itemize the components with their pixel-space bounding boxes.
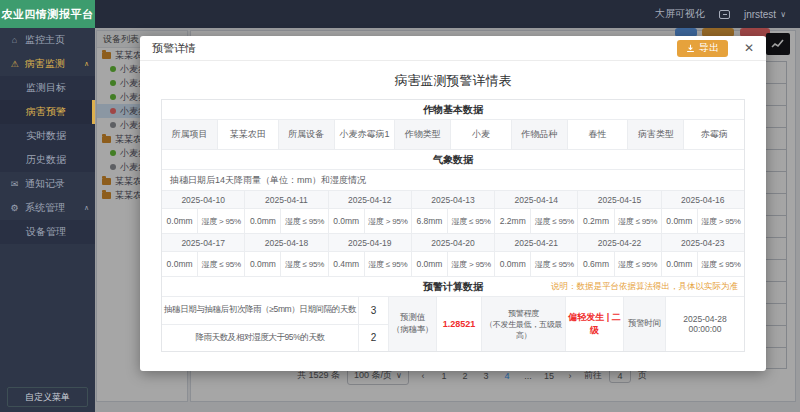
date-cell: 2025-04-16 (662, 191, 744, 208)
rain-cell: 0.4mm (329, 252, 365, 276)
humidity-cell: 湿度 > 95% (448, 252, 494, 276)
crop-value: 春性 (568, 120, 629, 149)
sidebar-item-history-data[interactable]: 历史数据 (0, 148, 95, 172)
date-cell: 2025-04-21 (495, 234, 578, 251)
week1-values-row: 0.0mm湿度 > 95% 0.0mm湿度 ≤ 95% 0.0mm湿度 > 95… (162, 209, 744, 234)
home-icon: ⌂ (9, 35, 20, 45)
download-icon (686, 44, 695, 53)
rain-cell: 0.0mm (412, 252, 448, 276)
sidebar-submenu-system: 设备管理 (0, 220, 95, 244)
humidity-cell: 湿度 ≤ 95% (531, 252, 577, 276)
calc-disclaimer: 说明：数据是平台依据算法得出，具体以实际为准 (551, 277, 738, 296)
message-icon[interactable] (719, 10, 730, 19)
screen: 农业四情测报平台 大屏可视化 jnrstest ∨ ⌂ 监控主页 ⚠ 病害监测 … (0, 0, 800, 412)
calc-result-row: 抽穗日期与抽穗后初次降雨（≥5mm）日期间隔的天数 3 降雨天数及相对湿度大于9… (162, 297, 744, 351)
date-cell: 2025-04-23 (662, 234, 744, 251)
crop-value: 小麦 (451, 120, 512, 149)
calc-factor-value: 3 (358, 297, 388, 324)
close-icon[interactable]: ✕ (744, 42, 754, 54)
humidity-cell: 湿度 ≤ 95% (281, 252, 327, 276)
warning-time-value: 2025-04-28 00:00:00 (666, 297, 744, 351)
prediction-label: 预测值 （病穗率） (389, 297, 437, 351)
date-cell: 2025-04-14 (495, 191, 578, 208)
username: jnrstest (744, 9, 776, 20)
sidebar-item-label: 系统管理 (25, 201, 65, 215)
calc-factor-column: 抽穗日期与抽穗后初次降雨（≥5mm）日期间隔的天数 3 降雨天数及相对湿度大于9… (162, 297, 389, 351)
sidebar-item-monitor-target[interactable]: 监测目标 (0, 76, 95, 100)
humidity-cell: 湿度 ≤ 95% (615, 209, 661, 233)
warning-level-label: 预警程度 （不发生最低，五级最高） (482, 297, 566, 351)
week2-dates-row: 2025-04-17 2025-04-18 2025-04-19 2025-04… (162, 234, 744, 252)
sidebar-item-system-manage[interactable]: ⚙ 系统管理 ∧ (0, 196, 95, 220)
section-calc-data: 预警计算数据 说明：数据是平台依据算法得出，具体以实际为准 (162, 277, 744, 297)
sidebar: ⌂ 监控主页 ⚠ 病害监测 ∧ 监测目标 病害预警 实时数据 历史数据 ✉ 通知… (0, 28, 95, 412)
date-cell: 2025-04-17 (162, 234, 245, 251)
weather-note: 抽穗日期后14天降雨量（单位：mm）和湿度情况 (162, 170, 744, 191)
rain-cell: 0.0mm (495, 252, 531, 276)
bug-icon: ⚠ (9, 59, 20, 69)
sidebar-item-realtime-data[interactable]: 实时数据 (0, 124, 95, 148)
sidebar-item-label: 监测目标 (26, 81, 66, 95)
gear-icon: ⚙ (9, 203, 20, 213)
date-cell: 2025-04-20 (412, 234, 495, 251)
detail-table-title: 病害监测预警详情表 (140, 72, 766, 90)
warning-detail-modal: 预警详情 导出 ✕ 病害监测预警详情表 作物基本数据 所属项目 某某农田 所属设… (140, 36, 766, 371)
date-cell: 2025-04-10 (162, 191, 245, 208)
sidebar-item-disease-warning[interactable]: 病害预警 (0, 100, 95, 124)
humidity-cell: 湿度 ≤ 95% (615, 252, 661, 276)
crop-label: 作物类型 (395, 120, 451, 149)
section-crop-data: 作物基本数据 (162, 100, 744, 120)
humidity-cell: 湿度 ≤ 95% (698, 252, 744, 276)
crop-value: 赤霉病 (684, 120, 744, 149)
big-screen-visualization-link[interactable]: 大屏可视化 (655, 7, 705, 21)
sidebar-submenu-disease: 监测目标 病害预警 实时数据 历史数据 (0, 76, 95, 172)
prediction-value: 1.28521 (437, 297, 482, 351)
sidebar-item-label: 历史数据 (26, 153, 66, 167)
top-bar: 农业四情测报平台 大屏可视化 jnrstest ∨ (0, 0, 800, 28)
rain-cell: 0.0mm (162, 252, 198, 276)
humidity-cell: 湿度 ≤ 95% (281, 209, 327, 233)
date-cell: 2025-04-15 (578, 191, 661, 208)
calc-factor-label: 降雨天数及相对湿度大于95%的天数 (162, 325, 358, 352)
app-logo: 农业四情测报平台 (0, 0, 95, 28)
week1-dates-row: 2025-04-10 2025-04-11 2025-04-12 2025-04… (162, 191, 744, 209)
humidity-cell: 湿度 ≤ 95% (531, 209, 577, 233)
humidity-cell: 湿度 ≤ 95% (448, 209, 494, 233)
date-cell: 2025-04-18 (245, 234, 328, 251)
rain-cell: 0.0mm (662, 252, 698, 276)
sidebar-item-home[interactable]: ⌂ 监控主页 (0, 28, 95, 52)
humidity-cell: 湿度 > 95% (365, 209, 411, 233)
warning-detail-table: 作物基本数据 所属项目 某某农田 所属设备 小麦赤霉病1 作物类型 小麦 作物品… (161, 99, 745, 352)
humidity-cell: 湿度 ≤ 95% (365, 252, 411, 276)
rain-cell: 6.8mm (412, 209, 448, 233)
sidebar-item-device-manage[interactable]: 设备管理 (0, 220, 95, 244)
crop-value: 某某农田 (218, 120, 279, 149)
rain-cell: 0.6mm (578, 252, 614, 276)
rain-cell: 0.0mm (245, 209, 281, 233)
date-cell: 2025-04-12 (329, 191, 412, 208)
sidebar-item-disease-monitor[interactable]: ⚠ 病害监测 ∧ (0, 52, 95, 76)
rain-cell: 0.0mm (162, 209, 198, 233)
chevron-down-icon: ∨ (780, 10, 786, 19)
week2-values-row: 0.0mm湿度 ≤ 95% 0.0mm湿度 ≤ 95% 0.4mm湿度 ≤ 95… (162, 252, 744, 277)
crop-info-row: 所属项目 某某农田 所属设备 小麦赤霉病1 作物类型 小麦 作物品种 春性 病害… (162, 120, 744, 150)
modal-title: 预警详情 (152, 41, 196, 56)
rain-cell: 0.2mm (578, 209, 614, 233)
date-cell: 2025-04-19 (329, 234, 412, 251)
sidebar-item-notify-record[interactable]: ✉ 通知记录 (0, 172, 95, 196)
sidebar-item-label: 实时数据 (26, 129, 66, 143)
export-button[interactable]: 导出 (677, 40, 728, 57)
rain-cell: 0.0mm (329, 209, 365, 233)
user-menu[interactable]: jnrstest ∨ (744, 9, 786, 20)
custom-menu-button[interactable]: 自定义菜单 (7, 387, 88, 407)
sidebar-item-label: 设备管理 (26, 225, 66, 239)
rain-cell: 0.0mm (245, 252, 281, 276)
crop-label: 所属项目 (162, 120, 218, 149)
crop-label: 病害类型 (628, 120, 684, 149)
warning-level-value: 偏轻发生 | 二级 (566, 297, 624, 351)
calc-factor-label: 抽穗日期与抽穗后初次降雨（≥5mm）日期间隔的天数 (162, 297, 358, 324)
humidity-cell: 湿度 ≤ 95% (198, 252, 244, 276)
humidity-cell: 湿度 > 95% (698, 209, 744, 233)
crop-value: 小麦赤霉病1 (335, 120, 396, 149)
warning-time-label: 预警时间 (624, 297, 666, 351)
